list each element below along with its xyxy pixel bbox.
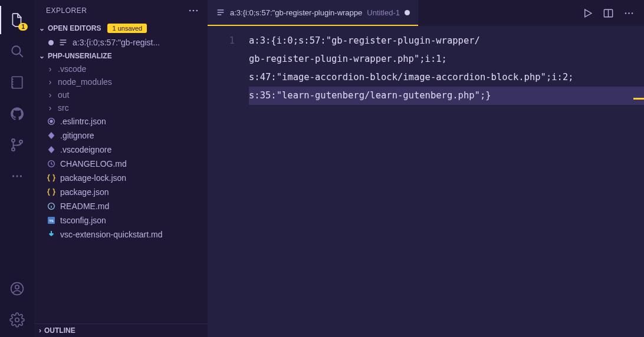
list-icon	[58, 38, 68, 47]
editor-content[interactable]: 1 a:3:{i:0;s:57:"gb-register-plugin-wrap…	[208, 26, 644, 337]
file-name: .eslintrc.json	[60, 117, 106, 126]
svg-point-21	[625, 12, 627, 14]
file-item[interactable]: CHANGELOG.md	[34, 157, 208, 171]
svg-point-7	[20, 175, 22, 177]
code-lines[interactable]: a:3:{i:0;s:57:"gb-register-plugin-wrappe…	[249, 32, 644, 337]
svg-point-4	[19, 140, 22, 143]
file-name: README.md	[60, 201, 109, 211]
file-item[interactable]: README.md	[34, 199, 208, 213]
unsaved-dot-icon	[48, 40, 54, 45]
diamond-icon	[46, 144, 57, 155]
search-icon	[9, 44, 25, 59]
file-item[interactable]: package.json	[34, 185, 208, 199]
svg-point-10	[15, 318, 19, 322]
file-name: tsconfig.json	[60, 216, 106, 225]
activity-settings[interactable]	[3, 306, 31, 334]
sidebar-header: EXPLORER	[34, 0, 208, 21]
folder-name: node_modules	[58, 77, 112, 87]
minimap-highlight	[633, 98, 644, 100]
file-tree: ›.vscode›node_modules›out›src.eslintrc.j…	[34, 62, 208, 242]
file-item[interactable]: TStsconfig.json	[34, 213, 208, 227]
svg-point-11	[189, 10, 191, 12]
braces-icon	[46, 173, 57, 183]
ts-icon: TS	[46, 215, 57, 226]
unsaved-dot-icon	[405, 10, 410, 15]
svg-point-13	[196, 10, 198, 12]
chevron-right-icon: ›	[46, 90, 54, 100]
open-editors-label: OPEN EDITORS	[48, 24, 101, 32]
list-icon	[216, 8, 225, 17]
activity-bar: 1	[0, 0, 34, 337]
file-item[interactable]: .gitignore	[34, 128, 208, 143]
svg-point-23	[632, 12, 633, 14]
folder-item[interactable]: ›node_modules	[34, 75, 208, 88]
folder-item[interactable]: ›out	[34, 88, 208, 101]
file-name: .gitignore	[60, 131, 94, 140]
activity-explorer[interactable]: 1	[3, 6, 31, 34]
activity-github[interactable]	[3, 100, 31, 128]
activity-search[interactable]	[3, 37, 31, 65]
tab-title-secondary: Untitled-1	[367, 8, 400, 17]
code-line[interactable]: s:35:"learn-gutenberg/learn-gutenberg.ph…	[249, 87, 644, 105]
folder-item[interactable]: ›.vscode	[34, 62, 208, 75]
code-line[interactable]: a:3:{i:0;s:57:"gb-register-plugin-wrappe…	[249, 32, 644, 50]
folder-name: .vscode	[58, 64, 86, 74]
svg-point-2	[12, 139, 15, 142]
outline-section[interactable]: › OUTLINE	[34, 323, 208, 337]
code-line[interactable]: gb-register-plugin-wrapper.php";i:1;	[249, 50, 644, 68]
activity-outline[interactable]	[3, 68, 31, 97]
diamond-icon	[46, 130, 57, 141]
folder-name: src	[58, 103, 69, 113]
more-icon[interactable]	[188, 5, 199, 16]
file-name: .vscodeignore	[60, 145, 111, 154]
tab-active[interactable]: a:3:{i:0;s:57:"gb-register-plugin-wrappe…	[208, 0, 418, 26]
gutter: 1	[208, 32, 249, 337]
svg-point-6	[16, 175, 18, 177]
chevron-right-icon: ›	[39, 326, 41, 335]
play-icon[interactable]	[582, 8, 593, 19]
github-icon	[9, 106, 25, 121]
explorer-badge: 1	[18, 23, 28, 31]
file-name: package-lock.json	[60, 173, 126, 183]
arrow-down-icon	[46, 229, 57, 240]
explorer-sidebar: EXPLORER ⌄ OPEN EDITORS 1 unsaved a:3:{i…	[34, 0, 208, 337]
split-icon[interactable]	[603, 8, 614, 19]
open-editors-section[interactable]: ⌄ OPEN EDITORS 1 unsaved	[34, 21, 208, 35]
clock-icon	[46, 158, 57, 169]
file-item[interactable]: package-lock.json	[34, 171, 208, 185]
file-name: package.json	[60, 187, 109, 197]
folder-item[interactable]: ›src	[34, 101, 208, 114]
target-icon	[46, 116, 57, 127]
activity-more[interactable]	[3, 162, 31, 190]
git-branch-icon	[9, 137, 25, 153]
svg-point-12	[193, 10, 195, 12]
chevron-down-icon: ⌄	[39, 24, 45, 32]
svg-text:TS: TS	[49, 219, 54, 223]
svg-point-5	[12, 175, 14, 177]
svg-rect-1	[12, 77, 22, 88]
chevron-right-icon: ›	[46, 103, 54, 113]
svg-point-3	[12, 148, 15, 151]
gear-icon	[9, 312, 25, 328]
tab-bar: a:3:{i:0;s:57:"gb-register-plugin-wrappe…	[208, 0, 644, 26]
file-item[interactable]: vsc-extension-quickstart.md	[34, 227, 208, 242]
file-item[interactable]: .eslintrc.json	[34, 114, 208, 128]
info-icon	[46, 201, 57, 212]
notebook-icon	[9, 75, 25, 90]
activity-sourcecontrol[interactable]	[3, 131, 31, 159]
chevron-right-icon: ›	[46, 77, 54, 87]
workspace-label: PHP-UNSERIALIZE	[48, 52, 112, 60]
file-item[interactable]: .vscodeignore	[34, 143, 208, 157]
outline-label: OUTLINE	[44, 326, 75, 335]
chevron-right-icon: ›	[46, 64, 54, 74]
chevron-down-icon: ⌄	[39, 52, 45, 60]
unsaved-badge: 1 unsaved	[107, 24, 147, 33]
file-name: CHANGELOG.md	[60, 159, 127, 168]
workspace-section[interactable]: ⌄ PHP-UNSERIALIZE	[34, 49, 208, 62]
more-icon[interactable]	[623, 8, 635, 19]
code-line[interactable]: s:47:"image-accordion-block/image-accord…	[249, 68, 644, 87]
open-editor-item[interactable]: a:3:{i:0;s:57:"gb-regist...	[34, 35, 208, 49]
activity-account[interactable]	[3, 275, 31, 303]
tab-title-primary: a:3:{i:0;s:57:"gb-register-plugin-wrappe	[230, 8, 362, 17]
svg-point-22	[628, 12, 630, 14]
